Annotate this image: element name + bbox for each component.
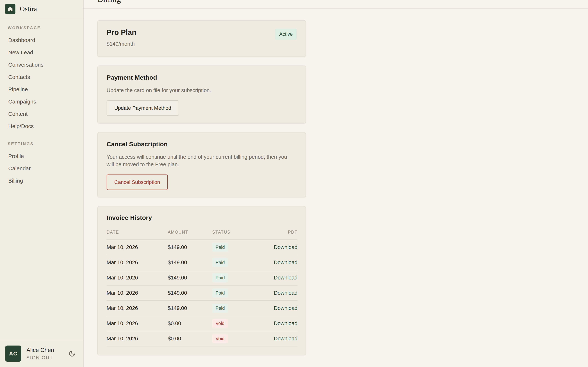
sidebar-item-pipeline[interactable]: Pipeline [0,83,83,95]
column-header-pdf: PDF [261,230,297,235]
column-header-status: STATUS [212,230,261,235]
invoice-date: Mar 10, 2026 [107,336,168,342]
invoice-date: Mar 10, 2026 [107,275,168,281]
status-badge: Paid [212,288,228,297]
invoice-date: Mar 10, 2026 [107,305,168,311]
moon-icon [69,350,76,357]
plan-info: Pro Plan $149/month [107,28,136,47]
sidebar-item-contacts[interactable]: Contacts [0,71,83,83]
home-icon [5,4,16,14]
workspace-nav-list: Dashboard New Lead Conversations Contact… [0,34,83,132]
sidebar-item-help-docs[interactable]: Help/Docs [0,120,83,132]
download-link[interactable]: Download [274,275,297,281]
table-row: Mar 10, 2026 $0.00 Void Download [107,331,297,346]
table-row: Mar 10, 2026 $149.00 Paid Download [107,301,297,316]
update-payment-method-button[interactable]: Update Payment Method [107,100,179,116]
content: Pro Plan $149/month Active Payment Metho… [84,9,588,355]
invoice-date: Mar 10, 2026 [107,290,168,296]
status-badge: Paid [212,273,228,282]
table-row: Mar 10, 2026 $149.00 Paid Download [107,270,297,285]
download-link[interactable]: Download [274,290,297,296]
invoice-history-title: Invoice History [107,214,297,221]
status-badge: Paid [212,258,228,267]
sidebar-nav: WORKSPACE Dashboard New Lead Conversatio… [0,18,83,340]
invoice-rows: Mar 10, 2026 $149.00 Paid Download Mar 1… [107,240,297,346]
invoice-history-card: Invoice History DATE AMOUNT STATUS PDF M… [97,206,306,355]
cancel-subscription-card: Cancel Subscription Your access will con… [97,132,306,197]
settings-nav-list: Profile Calendar Billing [0,150,83,187]
invoice-table: DATE AMOUNT STATUS PDF Mar 10, 2026 $149… [107,230,297,346]
brand-name: Ostira [20,5,37,13]
user-name: Alice Chen [26,347,63,353]
table-row: Mar 10, 2026 $149.00 Paid Download [107,240,297,255]
invoice-amount: $149.00 [168,290,212,296]
cancel-subscription-description: Your access will continue until the end … [107,153,295,168]
brand[interactable]: Ostira [0,0,83,18]
page-header: Billing [84,0,588,9]
sidebar-item-billing[interactable]: Billing [0,175,83,187]
sidebar-item-profile[interactable]: Profile [0,150,83,162]
status-badge: Void [212,319,228,328]
sidebar: Ostira WORKSPACE Dashboard New Lead Conv… [0,0,84,367]
invoice-amount: $149.00 [168,244,212,250]
download-link[interactable]: Download [274,305,297,311]
sidebar-item-campaigns[interactable]: Campaigns [0,95,83,108]
invoice-amount: $149.00 [168,275,212,281]
sidebar-item-calendar[interactable]: Calendar [0,162,83,175]
main: Billing Pro Plan $149/month Active Payme… [84,0,588,367]
avatar: AC [5,346,21,362]
plan-card: Pro Plan $149/month Active [97,20,306,57]
column-header-amount: AMOUNT [168,230,212,235]
page-title: Billing [97,0,121,4]
sidebar-item-new-lead[interactable]: New Lead [0,46,83,58]
invoice-date: Mar 10, 2026 [107,244,168,250]
nav-section-settings: SETTINGS [0,142,83,146]
payment-method-card: Payment Method Update the card on file f… [97,66,306,124]
invoice-amount: $0.00 [168,320,212,326]
column-header-date: DATE [107,230,168,235]
invoice-amount: $0.00 [168,336,212,342]
invoice-date: Mar 10, 2026 [107,320,168,326]
plan-price: $149/month [107,41,136,47]
status-badge: Paid [212,304,228,313]
download-link[interactable]: Download [274,244,297,250]
invoice-amount: $149.00 [168,305,212,311]
plan-status-badge: Active [275,29,297,40]
cancel-subscription-button[interactable]: Cancel Subscription [107,175,168,190]
payment-method-description: Update the card on file for your subscri… [107,87,297,94]
sidebar-item-content[interactable]: Content [0,108,83,120]
download-link[interactable]: Download [274,336,297,342]
invoice-date: Mar 10, 2026 [107,259,168,266]
sign-out-button[interactable]: SIGN OUT [26,355,63,360]
download-link[interactable]: Download [274,259,297,265]
sidebar-item-conversations[interactable]: Conversations [0,58,83,71]
sidebar-item-dashboard[interactable]: Dashboard [0,34,83,46]
table-row: Mar 10, 2026 $0.00 Void Download [107,316,297,331]
user-info: Alice Chen SIGN OUT [26,347,63,360]
download-link[interactable]: Download [274,320,297,326]
payment-method-title: Payment Method [107,74,297,81]
invoice-amount: $149.00 [168,259,212,266]
status-badge: Void [212,334,228,343]
plan-name: Pro Plan [107,28,136,36]
cancel-subscription-title: Cancel Subscription [107,141,297,148]
table-row: Mar 10, 2026 $149.00 Paid Download [107,285,297,301]
nav-section-workspace: WORKSPACE [0,25,83,30]
user-panel: AC Alice Chen SIGN OUT [0,340,83,367]
theme-toggle[interactable] [69,350,76,357]
table-row: Mar 10, 2026 $149.00 Paid Download [107,255,297,270]
status-badge: Paid [212,243,228,252]
app-root: Ostira WORKSPACE Dashboard New Lead Conv… [0,0,588,367]
invoice-table-header: DATE AMOUNT STATUS PDF [107,230,297,240]
